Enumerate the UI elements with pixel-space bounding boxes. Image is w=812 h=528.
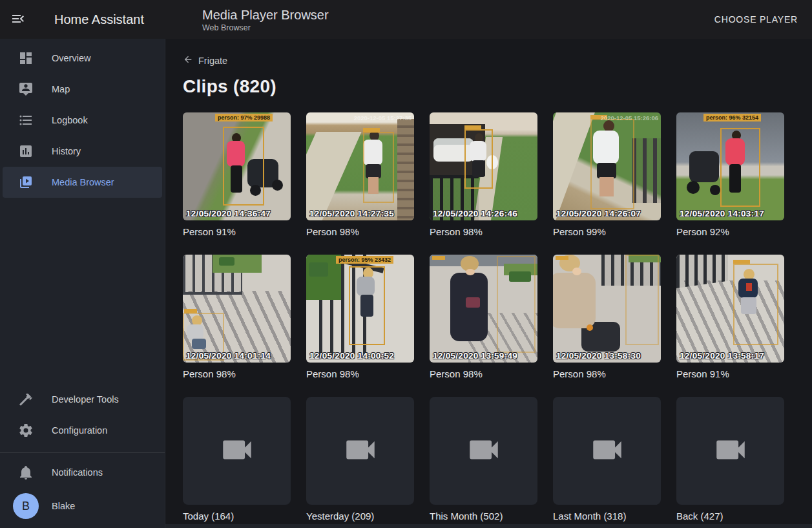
folder-item[interactable]: This Month (502): [430, 397, 537, 522]
clip-thumbnail: 12/05/2020 14:01:14: [183, 255, 291, 363]
clip-thumbnail: person: 96% 32154 12/05/2020 14:03:17: [676, 112, 784, 220]
clip-item[interactable]: person: 95% 23432 12/05/2020 14:00:52 Pe…: [306, 255, 414, 380]
detection-score-chip-small: [184, 309, 197, 313]
detection-score-chip-small: [464, 125, 481, 129]
clip-thumbnail: 2020-12-05 15:26:06 12/05/2020 14:26:07: [553, 112, 661, 220]
clip-item[interactable]: person: 97% 29988 12/05/2020 14:36:47 Pe…: [183, 112, 291, 238]
sidebar-item-overview[interactable]: Overview: [3, 43, 162, 74]
sidebar-spacer: [0, 198, 165, 384]
sidebar-divider: [0, 452, 165, 453]
sidebar-item-label: Overview: [52, 53, 90, 63]
format-list-bulleted-icon: [18, 112, 34, 128]
clip-item[interactable]: 12/05/2020 14:26:46 Person 98%: [430, 112, 537, 238]
clip-label: Person 91%: [676, 368, 784, 380]
sidebar-item-media-browser[interactable]: Media Browser: [3, 167, 162, 198]
clip-thumbnail: 12/05/2020 13:58:30: [553, 255, 661, 363]
sidebar-item-logbook[interactable]: Logbook: [3, 105, 162, 136]
clip-item[interactable]: 2020-12-05 15:27:35 12/05/2020 14:27:35 …: [306, 112, 414, 238]
page-title: Clips (820): [183, 76, 812, 97]
sidebar-item-label: Media Browser: [52, 177, 114, 187]
video-icon: [465, 431, 503, 471]
video-icon: [588, 431, 626, 471]
clip-label: Person 92%: [676, 226, 784, 238]
camera-osd-timestamp: 2020-12-05 15:27:35: [354, 114, 411, 121]
detection-score-chip-small: [556, 256, 568, 260]
clip-timestamp: 12/05/2020 14:26:07: [556, 209, 641, 218]
folder-item[interactable]: Today (164): [183, 397, 291, 522]
folder-item[interactable]: Back (427): [676, 397, 784, 522]
folder-tile: [183, 397, 291, 505]
video-icon: [218, 431, 256, 471]
clip-thumbnail: 12/05/2020 13:58:17: [676, 255, 784, 363]
folder-item[interactable]: Last Month (318): [553, 397, 661, 522]
arrow-left-icon: [183, 54, 193, 67]
folder-tile: [553, 397, 661, 505]
clip-thumbnail: 12/05/2020 14:26:46: [430, 112, 537, 220]
tooltip-account-icon: [18, 81, 34, 97]
folder-tile: [430, 397, 537, 505]
detection-bounding-box: [349, 266, 385, 345]
detected-person-figure: [306, 112, 414, 220]
menu-open-icon: [10, 11, 26, 28]
clip-label: Person 98%: [430, 368, 537, 380]
sidebar-item-configuration[interactable]: Configuration: [3, 415, 162, 446]
sidebar-bottom-list: Developer Tools Configuration: [0, 384, 165, 446]
sidebar-item-notifications[interactable]: Notifications: [3, 457, 162, 488]
detection-bounding-box: [223, 127, 264, 206]
clip-item[interactable]: person: 96% 32154 12/05/2020 14:03:17 Pe…: [676, 112, 784, 238]
sidebar-item-map[interactable]: Map: [3, 74, 162, 105]
folder-item[interactable]: Yesterday (209): [306, 397, 414, 522]
hammer-icon: [18, 392, 34, 407]
page-header: Media Player Browser Web Browser: [202, 7, 329, 32]
clip-label: Person 91%: [183, 226, 291, 238]
clip-thumbnail: person: 95% 23432 12/05/2020 14:00:52: [306, 255, 414, 363]
detection-bounding-box: [363, 132, 394, 203]
page-header-title: Media Player Browser: [202, 7, 329, 23]
sidebar-item-developer-tools[interactable]: Developer Tools: [3, 384, 162, 415]
breadcrumb-label: Frigate: [198, 56, 227, 66]
media-browser-content: Frigate Clips (820) person: 97% 29988 12…: [165, 39, 812, 528]
clip-thumbnail: 2020-12-05 15:27:35 12/05/2020 14:27:35: [306, 112, 414, 220]
detection-score-chip-small: [432, 256, 445, 260]
detection-score-chip: person: 97% 29988: [215, 114, 273, 121]
clip-timestamp: 12/05/2020 14:36:47: [186, 209, 271, 218]
app-title: Home Assistant: [54, 12, 144, 27]
clip-thumbnail: 12/05/2020 13:59:49: [430, 255, 537, 363]
detection-score-chip: person: 95% 23432: [336, 256, 393, 264]
clip-item[interactable]: 12/05/2020 13:58:17 Person 91%: [676, 255, 784, 380]
cog-icon: [18, 423, 34, 438]
sidebar-user-profile[interactable]: B Blake: [3, 488, 162, 524]
video-icon: [712, 431, 749, 471]
clip-item[interactable]: 12/05/2020 13:58:30 Person 98%: [553, 255, 661, 380]
clip-label: Person 98%: [306, 368, 414, 380]
folder-label: Back (427): [676, 511, 784, 522]
sidebar-item-history[interactable]: History: [3, 136, 162, 167]
detection-score-chip-small: [363, 128, 380, 132]
choose-player-button[interactable]: CHOOSE PLAYER: [709, 9, 803, 30]
clip-item[interactable]: 12/05/2020 14:01:14 Person 98%: [183, 255, 291, 380]
sidebar-item-label: Developer Tools: [52, 394, 119, 405]
detection-bounding-box: [625, 255, 659, 345]
clip-timestamp: 12/05/2020 13:59:49: [433, 351, 517, 361]
next-row-edge: [165, 524, 812, 528]
clip-label: Person 98%: [553, 368, 661, 380]
clip-timestamp: 12/05/2020 14:00:52: [309, 351, 394, 361]
clip-thumbnail: person: 97% 29988 12/05/2020 14:36:47: [183, 112, 291, 220]
folder-tile: [676, 397, 784, 505]
bell-icon: [18, 465, 34, 480]
clip-item[interactable]: 2020-12-05 15:26:06 12/05/2020 14:26:07 …: [553, 112, 661, 238]
view-dashboard-icon: [18, 50, 34, 66]
clip-item[interactable]: 12/05/2020 13:59:49 Person 98%: [430, 255, 537, 380]
clip-timestamp: 12/05/2020 13:58:30: [556, 351, 641, 361]
sidebar-toggle-button[interactable]: [3, 4, 34, 35]
detection-score-chip-small: [733, 260, 750, 264]
breadcrumb-back[interactable]: Frigate: [183, 54, 227, 67]
folder-label: Yesterday (209): [306, 511, 414, 522]
avatar: B: [13, 493, 39, 519]
media-grid: person: 97% 29988 12/05/2020 14:36:47 Pe…: [183, 112, 812, 522]
sidebar-main-list: Overview Map Logbook History Media Brows…: [0, 43, 165, 198]
clip-timestamp: 12/05/2020 14:26:46: [433, 209, 517, 218]
folder-label: Last Month (318): [553, 511, 661, 522]
chart-box-icon: [18, 143, 34, 159]
user-name: Blake: [52, 501, 75, 511]
